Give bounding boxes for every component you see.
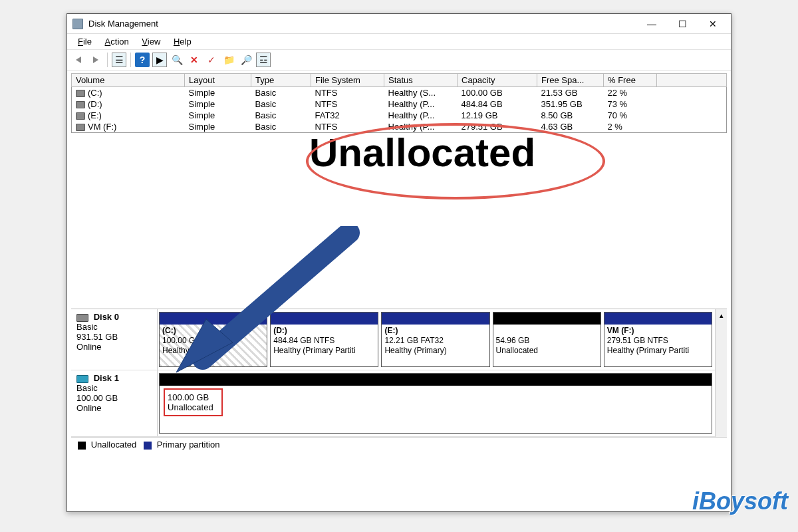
refresh-icon[interactable]: ▶ [152, 53, 167, 67]
partition-bar [160, 374, 712, 386]
partition-label: (E:)12.21 GB FAT32Healthy (Primary) [382, 325, 489, 357]
table-row[interactable]: (C:)SimpleBasicNTFSHealthy (S...100.00 G… [72, 87, 727, 99]
partition-bar [271, 313, 378, 325]
legend: Unallocated Primary partition [71, 437, 727, 452]
col-pctfree[interactable]: % Free [604, 74, 657, 87]
disk1-part-status: Unallocated [168, 402, 213, 412]
partition[interactable]: (D:)484.84 GB NTFSHealthy (Primary Parti… [270, 312, 378, 367]
col-type[interactable]: Type [251, 74, 311, 87]
menu-file[interactable]: File [72, 35, 97, 48]
titlebar: Disk Management — ☐ ✕ [67, 14, 731, 34]
back-button[interactable] [71, 53, 86, 67]
partition-bar [493, 313, 600, 325]
volume-icon [76, 112, 85, 120]
folder-icon[interactable]: 📁 [221, 53, 236, 67]
toolbar: ☰ ? ▶ 🔍 ✕ ✓ 📁 🔎 ☲ [67, 50, 731, 70]
partition[interactable]: (E:)12.21 GB FAT32Healthy (Primary) [381, 312, 489, 367]
volume-icon [76, 90, 85, 97]
menu-action[interactable]: Action [100, 35, 134, 48]
app-icon [72, 19, 83, 29]
disk1-part-size: 100.00 GB [168, 392, 209, 402]
toolbar-divider [107, 53, 108, 67]
legend-unallocated-icon [78, 442, 86, 450]
partition[interactable]: 54.96 GBUnallocated [493, 312, 601, 367]
disk0-label: Disk 0 Basic 931.51 GB Online [71, 309, 158, 370]
annotation-redbox: 100.00 GB Unallocated [164, 388, 223, 416]
window-title: Disk Management [88, 19, 636, 29]
legend-unallocated-label: Unallocated [91, 440, 137, 450]
col-layout[interactable]: Layout [185, 74, 251, 87]
forward-button[interactable] [88, 53, 103, 67]
menu-help[interactable]: Help [168, 35, 197, 48]
partition-label: VM (F:)279.51 GB NTFSHealthy (Primary Pa… [604, 325, 712, 357]
menubar: File Action View Help [67, 34, 731, 50]
disk1-label: Disk 1 Basic 100.00 GB Online [71, 370, 158, 436]
check-icon[interactable]: ✓ [204, 53, 219, 67]
disk0-partitions: (C:)100.00 GB NTFSHealthy (System)(D:)48… [158, 309, 727, 370]
table-row[interactable]: (E:)SimpleBasicFAT32Healthy (P...12.19 G… [72, 110, 727, 121]
disk0-size: 931.51 GB [76, 332, 118, 342]
disk1-type: Basic [76, 383, 98, 393]
help-icon[interactable]: ? [135, 53, 150, 67]
volume-rows: (C:)SimpleBasicNTFSHealthy (S...100.00 G… [72, 87, 727, 133]
disk1-state: Online [76, 403, 102, 413]
volume-table-header: Volume Layout Type File System Status Ca… [72, 74, 727, 87]
menu-view[interactable]: View [136, 35, 166, 48]
partition[interactable]: VM (F:)279.51 GB NTFSHealthy (Primary Pa… [604, 312, 712, 367]
partition-bar [604, 313, 712, 325]
watermark: iBoysoft [692, 487, 788, 515]
delete-icon[interactable]: ✕ [187, 53, 201, 67]
maximize-button[interactable]: ☐ [667, 15, 698, 33]
table-row[interactable]: (D:)SimpleBasicNTFSHealthy (P...484.84 G… [72, 98, 727, 110]
partition-label: 54.96 GBUnallocated [493, 325, 600, 357]
volume-icon [76, 101, 85, 108]
properties-icon[interactable]: 🔍 [170, 53, 184, 67]
disk0-row[interactable]: Disk 0 Basic 931.51 GB Online (C:)100.00… [71, 309, 727, 370]
show-hide-button[interactable]: ☰ [112, 53, 126, 67]
disk1-unallocated-partition[interactable]: 100.00 GB Unallocated [159, 373, 712, 434]
search-icon[interactable]: 🔎 [239, 53, 253, 67]
disk1-name: Disk 1 [94, 373, 119, 383]
partition-bar [382, 313, 489, 325]
legend-primary-icon [144, 442, 152, 450]
col-filesystem[interactable]: File System [311, 74, 384, 87]
disk0-name: Disk 0 [94, 312, 119, 322]
disk0-state: Online [76, 342, 102, 352]
disk-graphical-view: ▴ Disk 0 Basic 931.51 GB Online (C:)100.… [71, 309, 727, 437]
disk-icon [76, 314, 88, 322]
partition-label: (C:)100.00 GB NTFSHealthy (System) [160, 325, 267, 357]
col-capacity[interactable]: Capacity [458, 74, 537, 87]
list-icon[interactable]: ☲ [256, 53, 271, 67]
window-buttons: — ☐ ✕ [636, 15, 728, 33]
toolbar-divider [130, 53, 131, 67]
disk0-type: Basic [76, 322, 98, 332]
volume-table: Volume Layout Type File System Status Ca… [71, 73, 727, 133]
legend-primary-label: Primary partition [157, 440, 220, 450]
disk1-size: 100.00 GB [76, 393, 118, 403]
disk1-partitions: 100.00 GB Unallocated [158, 370, 727, 436]
annotation-text: Unallocated [309, 130, 535, 176]
partition[interactable]: (C:)100.00 GB NTFSHealthy (System) [159, 312, 267, 367]
col-blank[interactable] [657, 74, 727, 87]
minimize-button[interactable]: — [636, 15, 667, 33]
close-button[interactable]: ✕ [698, 15, 728, 33]
partition-bar [160, 313, 267, 325]
disk-icon [76, 375, 88, 383]
col-freespace[interactable]: Free Spa... [537, 74, 604, 87]
volume-icon [76, 124, 85, 131]
col-volume[interactable]: Volume [72, 74, 185, 87]
disk1-row[interactable]: Disk 1 Basic 100.00 GB Online 100.00 GB … [71, 370, 727, 437]
partition-label: (D:)484.84 GB NTFSHealthy (Primary Parti… [271, 325, 378, 357]
col-status[interactable]: Status [384, 74, 458, 87]
disk-management-window: Disk Management — ☐ ✕ File Action View H… [66, 13, 732, 512]
